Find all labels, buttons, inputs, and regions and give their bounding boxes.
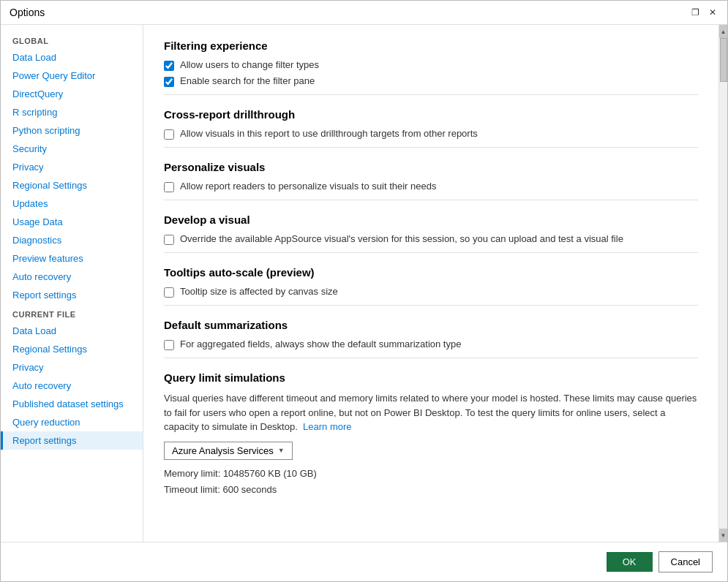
sidebar-item-security[interactable]: Security bbox=[1, 140, 143, 158]
ok-button[interactable]: OK bbox=[607, 552, 653, 572]
sidebar-item-cf-report-settings[interactable]: Report settings bbox=[1, 431, 143, 450]
checkbox-develop-visual-input[interactable] bbox=[164, 235, 174, 245]
divider-6 bbox=[164, 358, 698, 358]
divider-2 bbox=[164, 147, 698, 148]
sidebar-item-python-scripting[interactable]: Python scripting bbox=[1, 121, 143, 140]
sidebar-item-cf-auto-recovery[interactable]: Auto recovery bbox=[1, 377, 143, 395]
title-bar: Options ❐ ✕ bbox=[1, 1, 727, 25]
chevron-down-icon: ▼ bbox=[278, 447, 285, 454]
sidebar-item-cf-query-reduction[interactable]: Query reduction bbox=[1, 413, 143, 431]
checkbox-personalize-input[interactable] bbox=[164, 182, 174, 192]
scroll-thumb[interactable] bbox=[720, 38, 727, 82]
memory-limit-text: Memory limit: 10485760 KB (10 GB) bbox=[164, 466, 698, 482]
checkbox-summarization: For aggregated fields, always show the d… bbox=[164, 339, 698, 350]
checkbox-enable-search-filter-input[interactable] bbox=[164, 77, 174, 87]
window-controls: ❐ ✕ bbox=[689, 7, 718, 18]
sidebar-item-cf-published-dataset-settings[interactable]: Published dataset settings bbox=[1, 395, 143, 413]
section-title-cross-report: Cross-report drillthrough bbox=[164, 108, 698, 121]
dialog-title: Options bbox=[10, 7, 45, 18]
sidebar-item-usage-data[interactable]: Usage Data bbox=[1, 213, 143, 231]
options-dialog: Options ❐ ✕ GLOBAL Data Load Power Query… bbox=[0, 0, 728, 582]
sidebar-item-cf-data-load[interactable]: Data Load bbox=[1, 322, 143, 340]
divider-5 bbox=[164, 305, 698, 306]
scroll-up-button[interactable]: ▲ bbox=[719, 25, 728, 38]
sidebar-item-r-scripting[interactable]: R scripting bbox=[1, 103, 143, 121]
section-title-query-limit: Query limit simulations bbox=[164, 371, 698, 384]
checkbox-develop-visual-label: Override the available AppSource visual'… bbox=[180, 233, 623, 244]
checkbox-personalize: Allow report readers to personalize visu… bbox=[164, 181, 698, 192]
restore-button[interactable]: ❐ bbox=[689, 7, 701, 18]
sidebar-item-preview-features[interactable]: Preview features bbox=[1, 249, 143, 268]
sidebar-item-report-settings-global[interactable]: Report settings bbox=[1, 286, 143, 304]
checkbox-summarization-input[interactable] bbox=[164, 340, 174, 350]
sidebar-item-cf-regional-settings[interactable]: Regional Settings bbox=[1, 340, 143, 358]
sidebar-item-cf-privacy[interactable]: Privacy bbox=[1, 358, 143, 377]
sidebar-item-privacy[interactable]: Privacy bbox=[1, 158, 143, 176]
dropdown-label: Azure Analysis Services bbox=[172, 445, 274, 456]
azure-analysis-services-dropdown[interactable]: Azure Analysis Services ▼ bbox=[164, 442, 293, 460]
checkbox-allow-filter-types-input[interactable] bbox=[164, 61, 174, 71]
sidebar-item-updates[interactable]: Updates bbox=[1, 194, 143, 213]
section-title-tooltips: Tooltips auto-scale (preview) bbox=[164, 266, 698, 279]
checkbox-tooltip-canvas-label: Tooltip size is affected by canvas size bbox=[180, 286, 338, 297]
checkbox-tooltip-canvas: Tooltip size is affected by canvas size bbox=[164, 286, 698, 298]
checkbox-enable-search-filter-label: Enable search for the filter pane bbox=[180, 75, 315, 86]
query-limit-description: Visual queries have different timeout an… bbox=[164, 391, 698, 434]
close-button[interactable]: ✕ bbox=[707, 7, 718, 18]
current-file-section-label: CURRENT FILE bbox=[1, 304, 143, 322]
checkbox-allow-filter-types-label: Allow users to change filter types bbox=[180, 59, 319, 70]
sidebar-item-auto-recovery[interactable]: Auto recovery bbox=[1, 268, 143, 286]
divider-4 bbox=[164, 252, 698, 253]
checkbox-develop-visual: Override the available AppSource visual'… bbox=[164, 233, 698, 245]
sidebar-item-power-query-editor[interactable]: Power Query Editor bbox=[1, 67, 143, 85]
checkbox-personalize-label: Allow report readers to personalize visu… bbox=[180, 181, 436, 192]
content-area: Filtering experience Allow users to chan… bbox=[143, 25, 727, 542]
limit-info-block: Memory limit: 10485760 KB (10 GB) Timeou… bbox=[164, 466, 698, 498]
vertical-scrollbar[interactable]: ▲ ▼ bbox=[718, 25, 727, 542]
divider-3 bbox=[164, 200, 698, 200]
checkbox-tooltip-canvas-input[interactable] bbox=[164, 287, 174, 298]
learn-more-link[interactable]: Learn more bbox=[303, 421, 351, 432]
sidebar-item-directquery[interactable]: DirectQuery bbox=[1, 85, 143, 103]
checkbox-allow-drillthrough: Allow visuals in this report to use dril… bbox=[164, 128, 698, 140]
sidebar-item-diagnostics[interactable]: Diagnostics bbox=[1, 231, 143, 249]
timeout-limit-text: Timeout limit: 600 seconds bbox=[164, 482, 698, 498]
checkbox-allow-drillthrough-label: Allow visuals in this report to use dril… bbox=[180, 128, 478, 139]
divider-1 bbox=[164, 94, 698, 95]
cancel-button[interactable]: Cancel bbox=[658, 551, 713, 572]
section-title-filtering: Filtering experience bbox=[164, 39, 698, 52]
checkbox-enable-search-filter: Enable search for the filter pane bbox=[164, 75, 698, 87]
section-title-develop: Develop a visual bbox=[164, 213, 698, 226]
query-limit-text-body: Visual queries have different timeout an… bbox=[164, 393, 697, 432]
scroll-track[interactable] bbox=[720, 38, 727, 529]
sidebar: GLOBAL Data Load Power Query Editor Dire… bbox=[1, 25, 143, 542]
global-section-label: GLOBAL bbox=[1, 31, 143, 48]
dialog-footer: OK Cancel bbox=[1, 542, 727, 581]
sidebar-item-data-load[interactable]: Data Load bbox=[1, 48, 143, 67]
section-title-summarizations: Default summarizations bbox=[164, 319, 698, 331]
dialog-body: GLOBAL Data Load Power Query Editor Dire… bbox=[1, 25, 727, 542]
section-title-personalize: Personalize visuals bbox=[164, 161, 698, 173]
main-content: Filtering experience Allow users to chan… bbox=[143, 25, 718, 542]
checkbox-allow-drillthrough-input[interactable] bbox=[164, 129, 174, 140]
checkbox-allow-filter-types: Allow users to change filter types bbox=[164, 59, 698, 71]
sidebar-item-regional-settings[interactable]: Regional Settings bbox=[1, 176, 143, 194]
scroll-down-button[interactable]: ▼ bbox=[719, 529, 728, 542]
checkbox-summarization-label: For aggregated fields, always show the d… bbox=[180, 339, 461, 349]
